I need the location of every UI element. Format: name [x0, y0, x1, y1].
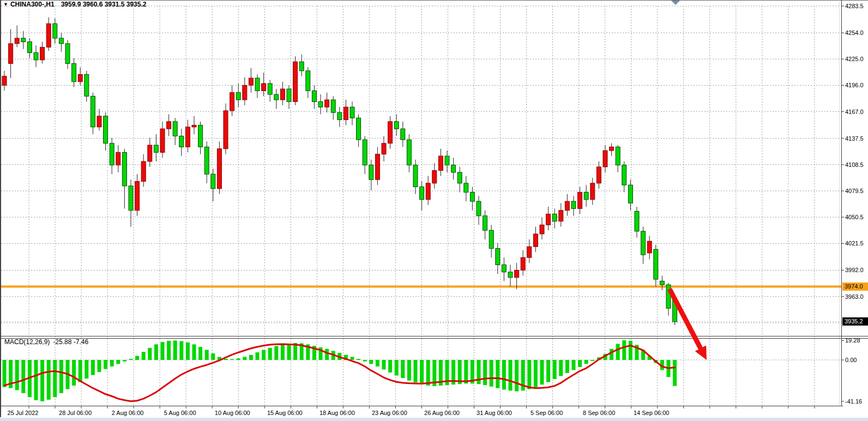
last-price-tag: 3935.2 — [842, 317, 868, 326]
macd-axis-zero: 0.00 — [845, 356, 868, 364]
price-axis-label: 4225.0 — [845, 55, 868, 63]
symbol-dropdown-icon[interactable]: ▼ — [3, 2, 8, 7]
candles-layer — [2, 17, 677, 325]
time-axis-label: 28 Jul 06:00 — [59, 409, 92, 417]
price-chart-canvas[interactable] — [0, 0, 868, 421]
price-axis-label: 4167.0 — [845, 108, 868, 116]
macd-label: MACD(12,26,9) — [4, 338, 50, 346]
price-axis-label: 4196.0 — [845, 81, 868, 89]
time-axis-label: 18 Aug 06:00 — [320, 409, 355, 417]
price-axis-label: 4079.5 — [845, 187, 868, 195]
price-axis-label: 4137.5 — [845, 135, 868, 142]
time-axis-label: 26 Aug 06:00 — [424, 409, 460, 417]
time-axis-label: 5 Aug 06:00 — [164, 409, 196, 417]
sell-signal-arrow[interactable] — [670, 289, 707, 360]
hline-price-tag: 3974.0 — [842, 282, 868, 291]
macd-values: -25.88 -7.46 — [53, 338, 88, 346]
chart-shift-icon[interactable] — [671, 1, 680, 5]
macd-axis-min: -41.16 — [845, 398, 868, 405]
time-axis-label: 10 Aug 06:00 — [215, 409, 250, 417]
price-axis-label: 4050.5 — [845, 213, 868, 221]
time-axis-label: 5 Sep 06:00 — [531, 409, 563, 417]
time-axis-label: 25 Jul 2022 — [8, 409, 39, 417]
grid-layer — [1, 6, 841, 406]
macd-histogram-layer — [3, 340, 677, 401]
price-axis-label: 4108.5 — [845, 161, 868, 169]
time-axis-label: 8 Sep 06:00 — [583, 409, 615, 417]
time-axis-label: 2 Aug 06:00 — [112, 409, 144, 417]
price-axis-label: 4021.5 — [845, 239, 868, 247]
macd-signal-line — [4, 344, 675, 401]
ohlc-readout: ▼CHINA300-,H13959.9 3960.6 3931.5 3935.2 — [3, 1, 146, 8]
mt4-chart-window: ▼CHINA300-,H13959.9 3960.6 3931.5 3935.2… — [0, 0, 868, 421]
macd-axis-max: 19.28 — [845, 336, 868, 344]
symbol-name: CHINA300-,H1 — [10, 1, 55, 8]
price-axis-label: 4283.5 — [845, 2, 868, 10]
time-axis-label: 23 Aug 06:00 — [372, 409, 407, 417]
time-axis-label: 31 Aug 06:00 — [477, 409, 512, 417]
ohlc-values: 3959.9 3960.6 3931.5 3935.2 — [61, 1, 147, 8]
price-axis-label: 3992.0 — [845, 266, 868, 274]
time-axis-label: 14 Sep 06:00 — [634, 409, 669, 417]
window-bottom-edge — [0, 418, 868, 421]
macd-readout: MACD(12,26,9)-25.88 -7.46 — [4, 338, 88, 346]
price-axis-label: 3963.0 — [845, 293, 868, 300]
price-axis-label: 4254.0 — [845, 29, 868, 37]
time-axis-label: 15 Aug 06:00 — [267, 409, 303, 417]
